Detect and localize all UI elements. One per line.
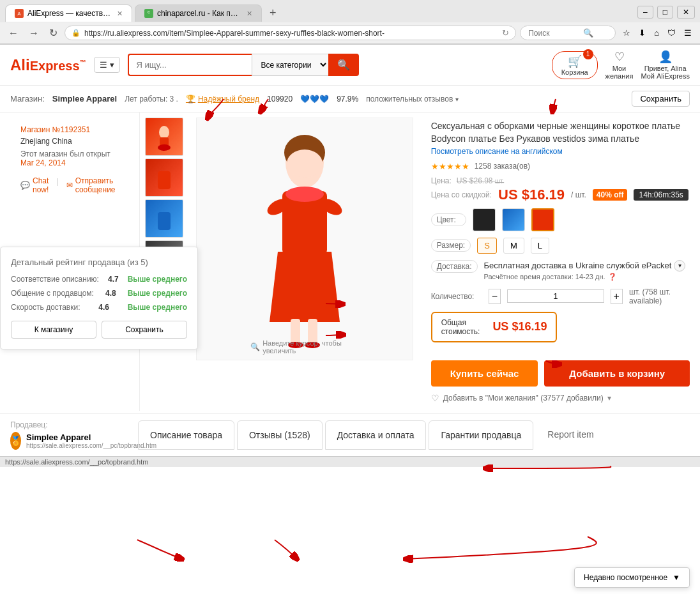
- popup-ship-level: Выше среднего: [128, 303, 187, 312]
- tab-close-ae[interactable]: ✕: [117, 10, 123, 18]
- delivery-info-icon[interactable]: ❓: [608, 273, 617, 281]
- browser-search-icon: 🔍: [583, 28, 593, 38]
- send-message-button[interactable]: ✉ Отправить сообщение: [66, 176, 119, 194]
- address-input[interactable]: [84, 29, 498, 38]
- trusted-badge[interactable]: 🏆 Надёжный бренд: [186, 95, 259, 103]
- qty-input[interactable]: [507, 289, 604, 303]
- tab-description[interactable]: Описание товара: [138, 420, 234, 450]
- add-to-wishlist[interactable]: ♡ Добавить в "Мои желания" (37577 добави…: [431, 393, 690, 403]
- reload-icon[interactable]: ↻: [502, 28, 509, 38]
- thumbnail-3[interactable]: [145, 199, 183, 238]
- cart-button[interactable]: 1 🛒 Корзина: [552, 51, 598, 79]
- tab-report-item[interactable]: Report item: [536, 420, 605, 450]
- chat-now-button[interactable]: 💬 Chat now!: [20, 176, 49, 194]
- delivery-time: Расчётное время доставки: 14-23 дн. ❓: [484, 273, 690, 281]
- popup-shop-button[interactable]: К магазину: [11, 321, 96, 339]
- msg-label: Отправить сообщение: [75, 176, 119, 194]
- seller-actions: 💬 Chat now! | ✉ Отправить сообщение: [10, 176, 129, 201]
- product-info: Сексуальная с оборками черные женщины ко…: [421, 112, 700, 411]
- thumbnail-2[interactable]: [145, 158, 183, 197]
- svg-rect-4: [158, 212, 171, 230]
- qty-plus-button[interactable]: +: [611, 289, 623, 304]
- popup-desc-label: Соответствие описанию:: [11, 275, 99, 284]
- popup-save-button[interactable]: Сохранить: [102, 321, 187, 339]
- size-option-row: Размер: S M L: [431, 238, 690, 254]
- back-button[interactable]: ←: [5, 26, 22, 40]
- hamburger-icon: ☰: [100, 60, 107, 70]
- search-input[interactable]: [128, 54, 252, 76]
- add-to-cart-button[interactable]: Добавить в корзину: [544, 360, 690, 387]
- refresh-button[interactable]: ↻: [46, 26, 61, 40]
- svg-point-0: [159, 126, 169, 139]
- cart-badge: 1: [583, 49, 593, 59]
- size-btn-s[interactable]: S: [477, 238, 497, 254]
- total-price: US $16.19: [492, 320, 547, 334]
- bookmark-icon[interactable]: ☆: [620, 26, 634, 40]
- tab-delivery[interactable]: Доставка и оплата: [325, 420, 427, 450]
- stars-icons: 💙💙💙: [300, 95, 329, 103]
- minimize-button[interactable]: –: [637, 6, 653, 19]
- wishlist-button[interactable]: ♡ Моижелания: [605, 50, 634, 80]
- search-button[interactable]: 🔍: [328, 54, 359, 76]
- menu-icon[interactable]: ☰: [681, 26, 695, 40]
- opened-label: Этот магазин был открыт: [20, 150, 110, 158]
- quantity-row: Количество: − + шт. (758 шт. available): [431, 288, 690, 305]
- popup-comm-label: Общение с продавцом:: [11, 289, 94, 298]
- seller-popup: Детальный рейтинг продавца (из 5) Соотве…: [0, 247, 198, 349]
- title-lang-link[interactable]: Посмотреть описание на английском: [431, 147, 563, 156]
- svg-point-13: [285, 187, 324, 202]
- size-btn-m[interactable]: M: [503, 238, 524, 254]
- maximize-button[interactable]: □: [657, 6, 673, 19]
- rating-label[interactable]: положительных отзывов ▾: [366, 95, 458, 103]
- download-icon[interactable]: ⬇: [635, 26, 649, 40]
- new-tab-button[interactable]: +: [264, 4, 282, 22]
- color-swatch-black[interactable]: [473, 208, 496, 231]
- browser-search-input[interactable]: [528, 29, 579, 38]
- logo-text: AliExpress™: [10, 56, 86, 74]
- tab-reviews[interactable]: Отзывы (1528): [237, 420, 323, 450]
- account-label: Привет, AlinaМой AliExpress: [641, 65, 690, 80]
- delivery-expand-button[interactable]: ▾: [674, 260, 685, 272]
- aliexpress-logo[interactable]: AliExpress™: [10, 56, 86, 74]
- chat-label: Chat now!: [33, 176, 49, 194]
- buy-now-button[interactable]: Купить сейчас: [431, 360, 538, 387]
- color-swatch-blue[interactable]: [502, 208, 525, 231]
- thumbnail-1[interactable]: [145, 118, 183, 156]
- tab-close-cp[interactable]: ✕: [247, 10, 252, 18]
- sale-label: Цена со скидкой:: [431, 190, 492, 199]
- home-icon[interactable]: ⌂: [651, 26, 662, 40]
- wishlist-dropdown-icon[interactable]: ▾: [607, 394, 611, 402]
- status-url: https://sale.aliexpress.com/__pc/topbran…: [5, 458, 148, 466]
- delivery-main: Бесплатная доставка в Ukraine службой eP…: [484, 260, 690, 272]
- shield-icon[interactable]: 🛡: [664, 26, 679, 40]
- zoom-icon: 🔍: [250, 342, 260, 351]
- hamburger-menu-button[interactable]: ☰ ▾: [94, 57, 120, 73]
- price-label: Цена:: [431, 176, 452, 185]
- save-shop-button[interactable]: Сохранить: [632, 91, 690, 107]
- forward-button[interactable]: →: [26, 26, 42, 40]
- tab-chinaparcel[interactable]: c chinaparcel.ru - Как правильн... ✕: [135, 4, 262, 22]
- category-select[interactable]: Все категории: [252, 54, 328, 76]
- shop-prefix-label: Магазин:: [10, 94, 45, 103]
- color-swatch-red[interactable]: [531, 208, 554, 231]
- popup-ship-label: Скорость доставки:: [11, 303, 80, 312]
- cart-label: Корзина: [561, 68, 588, 76]
- account-button[interactable]: 👤 Привет, AlinaМой AliExpress: [641, 50, 690, 80]
- original-price: US $26.98 шт.: [457, 176, 504, 185]
- main-image-col: 🔍 Наведите курсор, чтобы увеличить: [191, 112, 421, 411]
- secure-icon: 🔒: [72, 29, 80, 37]
- size-btn-l[interactable]: L: [531, 238, 549, 254]
- main-product-image[interactable]: 🔍 Наведите курсор, чтобы увеличить: [196, 118, 413, 360]
- seller-store-id[interactable]: Магазин №1192351: [20, 125, 119, 134]
- tab-aliexpress[interactable]: A AliExpress — качественн... ✕: [5, 4, 132, 22]
- envelope-icon: ✉: [66, 181, 73, 190]
- tab-guarantees[interactable]: Гарантии продавца: [429, 420, 533, 450]
- qty-minus-button[interactable]: −: [489, 289, 501, 304]
- shop-bar: Магазин: Simplee Apparel Лет работы: 3 .…: [0, 86, 700, 112]
- delivery-label: Доставка:: [431, 260, 478, 273]
- footer-seller-name: Simplee Apparel: [26, 433, 156, 442]
- close-button[interactable]: ✕: [677, 6, 695, 19]
- seller-medal-icon: 🏅: [10, 432, 21, 450]
- orders-count: 1258 заказа(ов): [475, 162, 530, 171]
- shop-name[interactable]: Simplee Apparel: [52, 94, 117, 103]
